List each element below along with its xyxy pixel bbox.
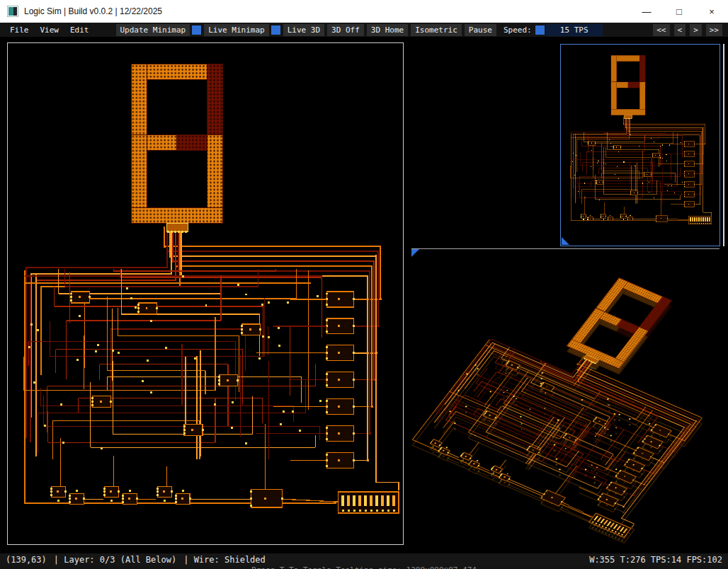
window-controls: — □ × (630, 0, 728, 23)
viewport-3d-resize-handle[interactable] (411, 249, 419, 257)
tps-value[interactable]: 15 TPS (546, 24, 603, 36)
close-button[interactable]: × (695, 0, 728, 23)
speed-slider-handle[interactable] (535, 25, 545, 35)
step-forward-fast-button[interactable]: >> (706, 24, 722, 36)
pause-button[interactable]: Pause (465, 24, 496, 36)
live-minimap-indicator[interactable] (271, 25, 280, 35)
circuit-canvas-2d (8, 43, 403, 544)
titlebar: Logic Sim | Build v0.0.2 | 12/22/2025 — … (0, 0, 728, 23)
window-title: Logic Sim | Build v0.0.2 | 12/22/2025 (24, 6, 162, 16)
perf-stats: W:355 T:276 TPS:14 FPS:102 (589, 555, 722, 565)
minimap-canvas (561, 45, 720, 246)
status-bar: (139,63) | Layer: 0/3 (All Below) | Wire… (0, 553, 728, 566)
update-minimap-button[interactable]: Update Minimap (116, 24, 190, 36)
update-minimap-indicator[interactable] (192, 25, 201, 35)
live-3d-button[interactable]: Live 3D (283, 24, 324, 36)
main-canvas[interactable] (0, 37, 728, 553)
speed-label: Speed: (502, 24, 533, 36)
clipped-hint-text: Press T To Toggle Tooltips size: 1280x80… (0, 566, 728, 569)
minimap-panel[interactable] (560, 44, 720, 246)
cursor-coords: (139,63) (6, 555, 47, 565)
step-forward-button[interactable]: > (690, 24, 702, 36)
3d-off-button[interactable]: 3D Off (327, 24, 364, 36)
app-icon (7, 6, 18, 17)
menu-view[interactable]: View (35, 24, 65, 36)
minimize-button[interactable]: — (630, 0, 663, 23)
maximize-button[interactable]: □ (663, 0, 695, 23)
canvas-3d (411, 249, 720, 545)
live-minimap-button[interactable]: Live Minimap (204, 24, 268, 36)
wire-status: | Wire: Shielded (183, 555, 266, 565)
menu-edit[interactable]: Edit (64, 24, 95, 36)
step-back-fast-button[interactable]: << (653, 24, 669, 36)
step-back-button[interactable]: < (674, 24, 686, 36)
circuit-viewport-2d[interactable] (7, 42, 404, 545)
minimap-resize-handle[interactable] (562, 237, 569, 245)
3d-home-button[interactable]: 3D Home (367, 24, 408, 36)
viewport-3d[interactable] (411, 248, 720, 545)
scrollbar[interactable] (723, 44, 724, 246)
layer-status: | Layer: 0/3 (All Below) (54, 555, 176, 565)
speed-steppers: << < > >> (653, 24, 722, 36)
toolbar: File View Edit Update Minimap Live Minim… (0, 23, 728, 37)
menu-file[interactable]: File (4, 24, 35, 36)
isometric-button[interactable]: Isometric (411, 24, 462, 36)
